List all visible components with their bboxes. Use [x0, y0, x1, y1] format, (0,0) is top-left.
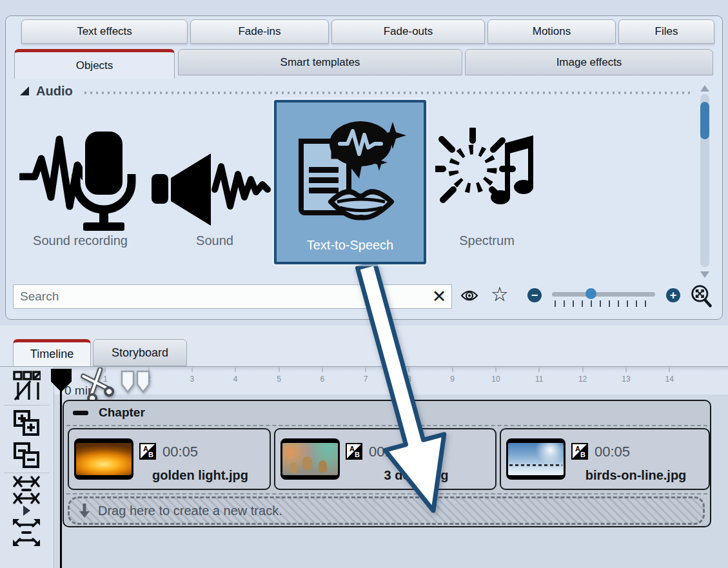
eye-icon[interactable] — [461, 289, 478, 302]
audio-section-title: Audio — [36, 84, 73, 99]
tab-objects[interactable]: Objects — [14, 49, 175, 79]
transition-ab-icon[interactable]: A B — [346, 443, 362, 460]
collapse-all-icon[interactable] — [12, 441, 41, 469]
timeline-clip-golden-light[interactable]: A B 00:05 golden light.jpg — [68, 428, 271, 490]
search-input[interactable] — [13, 284, 452, 309]
svg-text:A: A — [575, 445, 580, 453]
collapse-chapter-icon[interactable] — [73, 411, 88, 415]
ruler-number: 9 — [450, 375, 455, 384]
zoom-in-plus-icon[interactable]: + — [666, 288, 680, 302]
object-item-spectrum[interactable]: Spectrum — [435, 122, 538, 251]
transition-ab-icon[interactable]: A B — [139, 443, 156, 460]
audio-section-header[interactable]: Audio — [19, 83, 690, 99]
scrollbar-up-icon[interactable] — [700, 85, 709, 92]
ruler-number: 8 — [407, 375, 411, 384]
timeline-ruler[interactable]: 1234567891011121314 — [54, 367, 728, 395]
ruler-number: 3 — [190, 375, 195, 384]
ruler-tick — [192, 367, 192, 372]
ruler-tick — [496, 367, 497, 372]
split-marker-icon[interactable] — [120, 370, 151, 396]
track-divider — [66, 425, 707, 426]
object-item-sound[interactable]: Sound — [170, 122, 260, 251]
ruler-tick — [409, 367, 409, 372]
scrollbar-down-icon[interactable] — [700, 271, 709, 278]
flyout-arrow-icon[interactable] — [12, 505, 41, 516]
object-item-text-to-speech[interactable]: Text-to-Speech — [274, 100, 426, 264]
shrink-tracks-icon[interactable] — [12, 476, 41, 504]
clip-filename: birds-on-line.jpg — [566, 468, 706, 483]
tab-fade-outs[interactable]: Fade-outs — [331, 19, 485, 44]
scrollbar-thumb[interactable] — [700, 102, 709, 139]
tab-fade-ins[interactable]: Fade-ins — [190, 19, 329, 44]
ruler-tick — [279, 367, 279, 372]
tab-timeline[interactable]: Timeline — [13, 339, 91, 366]
tab-files[interactable]: Files — [618, 19, 714, 44]
clip-duration: 00:05 — [162, 444, 198, 460]
ruler-tick — [669, 367, 670, 372]
clip-thumbnail — [506, 438, 566, 480]
ruler-number: 7 — [364, 375, 368, 384]
clip-filename: golden light.jpg — [133, 468, 267, 483]
ruler-tick — [452, 367, 453, 372]
slider-thumb[interactable] — [585, 288, 596, 299]
section-dotted-rule — [84, 92, 690, 94]
svg-text:B: B — [580, 451, 585, 458]
ruler-number: 5 — [277, 375, 281, 384]
new-track-drop-zone[interactable]: Drag here to create a new track. — [68, 496, 705, 525]
ruler-tick — [582, 367, 583, 372]
ruler-number: 6 — [320, 375, 324, 384]
track-display-icon[interactable] — [12, 371, 41, 400]
ruler-number: 14 — [665, 375, 674, 384]
slider-ticks — [555, 300, 653, 307]
ruler-tick — [235, 367, 236, 372]
star-favorites-icon[interactable]: ☆ — [491, 284, 509, 304]
timeline-clip-3-dogs[interactable]: A B 00:05 3 dogs.jpg — [274, 428, 497, 490]
tab-storyboard[interactable]: Storyboard — [93, 339, 187, 366]
clip-thumbnail — [280, 438, 340, 480]
zoom-out-minus-icon[interactable]: − — [527, 288, 542, 302]
tab-motions[interactable]: Motions — [487, 19, 616, 44]
object-item-label: Text-to-Speech — [277, 238, 424, 253]
chapter-track: Chapter A B 00:05 golden light.jpg A B 0… — [63, 400, 711, 527]
toolbar-separator — [4, 473, 49, 473]
ruler-number: 12 — [578, 375, 587, 384]
sound-icon — [150, 150, 279, 230]
ruler-tick — [322, 367, 322, 372]
clip-thumbnail — [74, 438, 133, 480]
chapter-header: Chapter — [64, 401, 710, 424]
timeline-clip-birds-on-line[interactable]: A B 00:05 birds-on-line.jpg — [500, 428, 710, 490]
clip-duration: 00:05 — [369, 444, 404, 460]
sound-recording-icon — [19, 126, 142, 233]
text-to-speech-icon — [295, 114, 408, 233]
transition-ab-icon[interactable]: A B — [571, 443, 588, 460]
object-item-sound-recording[interactable]: Sound recording — [14, 122, 146, 251]
collapse-triangle-icon — [19, 86, 30, 96]
tab-image-effects[interactable]: Image effects — [465, 49, 713, 75]
ruler-number: 10 — [491, 375, 500, 384]
ruler-tick — [366, 367, 366, 372]
zoom-reset-icon[interactable] — [690, 284, 713, 308]
clip-duration: 00:05 — [595, 444, 630, 460]
arrow-down-icon — [79, 503, 90, 518]
clip-filename: 3 dogs.jpg — [340, 468, 493, 483]
ruler-number: 4 — [233, 375, 238, 384]
svg-text:A: A — [143, 445, 148, 453]
ruler-number: 11 — [535, 375, 543, 384]
thumbnail-size-slider[interactable] — [552, 292, 655, 297]
drag-hint-text: Drag here to create a new track. — [98, 504, 282, 518]
svg-text:B: B — [355, 451, 360, 458]
chapter-title: Chapter — [99, 406, 145, 420]
expand-tracks-icon[interactable] — [12, 518, 41, 547]
clear-search-icon[interactable]: ✕ — [427, 286, 451, 308]
scissors-icon[interactable] — [80, 367, 116, 402]
svg-text:B: B — [148, 451, 153, 458]
tab-text-effects[interactable]: Text effects — [21, 19, 188, 44]
svg-text:A: A — [349, 445, 355, 453]
tab-smart-templates[interactable]: Smart templates — [178, 49, 462, 75]
playhead-line — [60, 387, 62, 568]
toolbar-separator — [4, 405, 49, 406]
expand-all-icon[interactable] — [12, 409, 41, 437]
spectrum-icon — [435, 128, 542, 231]
ruler-tick — [539, 367, 540, 372]
track-divider — [66, 493, 707, 495]
